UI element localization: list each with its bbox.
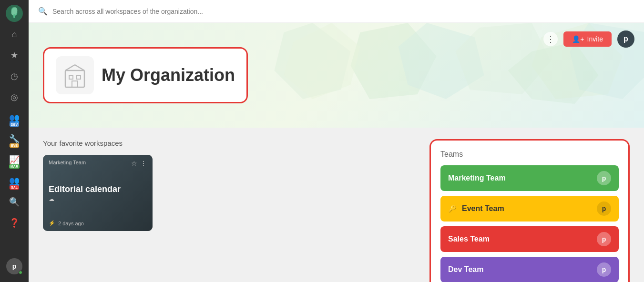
banner-actions: ⋮ 👤+ Invite p bbox=[543, 30, 634, 48]
dev-badge: DEV bbox=[10, 122, 19, 127]
online-indicator bbox=[19, 271, 22, 274]
sidebar-item-eve-team[interactable]: 🔧 EVE bbox=[5, 130, 24, 149]
sidebar-item-recent[interactable]: ◷ bbox=[5, 67, 24, 86]
sidebar-item-search[interactable]: 🔍 bbox=[5, 192, 24, 212]
banner-user-avatar[interactable]: p bbox=[617, 30, 634, 48]
eve-badge: EVE bbox=[10, 143, 19, 148]
team-name-sales: Sales Team bbox=[448, 235, 490, 243]
sidebar-item-sal-team[interactable]: 👥 SAL bbox=[5, 171, 24, 191]
sidebar-item-dashboard[interactable]: ◎ bbox=[5, 88, 24, 107]
svg-rect-12 bbox=[65, 70, 84, 87]
svg-rect-15 bbox=[72, 81, 78, 87]
sidebar-item-favorites[interactable]: ★ bbox=[5, 46, 24, 65]
sidebar-item-mar-team[interactable]: 📈 MAR bbox=[5, 151, 24, 170]
workspace-name: Editorial calendar bbox=[49, 184, 147, 194]
team-item-marketing[interactable]: Marketing Team p bbox=[440, 165, 619, 191]
body-section: Your favorite workspaces Marketing Team … bbox=[29, 128, 644, 282]
team-avatar-dev: p bbox=[597, 262, 611, 277]
workspace-card-actions: ☆ ⋮ bbox=[131, 160, 147, 167]
workspace-team-label: Marketing Team bbox=[49, 160, 86, 165]
team-avatar-marketing: p bbox=[597, 171, 611, 185]
favorites-section: Your favorite workspaces Marketing Team … bbox=[43, 139, 410, 282]
search-icon: 🔍 bbox=[9, 198, 20, 206]
svg-rect-13 bbox=[69, 75, 73, 79]
svg-line-17 bbox=[75, 65, 84, 70]
sidebar-item-dev-team[interactable]: 👥 DEV bbox=[5, 109, 24, 128]
workspace-more-icon[interactable]: ⋮ bbox=[140, 160, 147, 167]
mar-badge: MAR bbox=[9, 164, 20, 169]
home-icon: ⌂ bbox=[12, 30, 17, 39]
sidebar-logo[interactable] bbox=[5, 4, 24, 23]
favorites-title: Your favorite workspaces bbox=[43, 139, 410, 147]
wrench-icon: 🔧 bbox=[9, 135, 20, 143]
teams-section: Teams Marketing Team p 🔑 Event Team bbox=[429, 139, 630, 282]
workspace-star-icon[interactable]: ☆ bbox=[131, 160, 137, 167]
svg-rect-3 bbox=[13, 14, 15, 18]
workspace-time: 2 days ago bbox=[58, 221, 84, 226]
people-icon: 👥 bbox=[9, 177, 20, 185]
clock-icon: ◷ bbox=[10, 72, 18, 81]
sal-badge: SAL bbox=[10, 185, 19, 190]
workspace-card-overlay: Marketing Team ☆ ⋮ Editorial calendar ☁ … bbox=[43, 155, 153, 231]
search-bar: 🔍 bbox=[29, 0, 644, 23]
team-icon: 👥 bbox=[9, 114, 20, 122]
team-item-dev[interactable]: Dev Team p bbox=[440, 257, 619, 282]
teams-title: Teams bbox=[440, 150, 619, 159]
team-name-event: 🔑 Event Team bbox=[448, 204, 504, 213]
org-name: My Organization bbox=[102, 65, 235, 85]
activity-icon: ⚡ bbox=[49, 220, 55, 226]
team-item-event[interactable]: 🔑 Event Team p bbox=[440, 196, 619, 222]
workspace-card-top: Marketing Team ☆ ⋮ bbox=[49, 160, 147, 167]
team-item-sales[interactable]: Sales Team p bbox=[440, 226, 619, 252]
banner: My Organization ⋮ 👤+ Invite p bbox=[29, 23, 644, 128]
main-content: 🔍 bbox=[29, 0, 644, 282]
workspace-name-area: Editorial calendar ☁ bbox=[49, 184, 147, 203]
svg-line-16 bbox=[65, 65, 75, 70]
team-avatar-sales: p bbox=[597, 232, 611, 246]
org-icon bbox=[56, 56, 94, 94]
invite-icon: 👤+ bbox=[572, 35, 584, 43]
help-icon: ❓ bbox=[9, 219, 20, 227]
sidebar-item-home[interactable]: ⌂ bbox=[5, 25, 24, 44]
chart-icon: 📈 bbox=[9, 156, 20, 164]
key-icon: 🔑 bbox=[448, 205, 456, 212]
search-input[interactable] bbox=[52, 8, 634, 15]
star-icon: ★ bbox=[10, 51, 18, 60]
team-avatar-event: p bbox=[597, 201, 611, 216]
team-name-marketing: Marketing Team bbox=[448, 174, 506, 182]
workspace-card[interactable]: Marketing Team ☆ ⋮ Editorial calendar ☁ … bbox=[43, 155, 153, 231]
org-card[interactable]: My Organization bbox=[43, 47, 248, 103]
sync-icon: ☁ bbox=[49, 196, 54, 202]
content-area: My Organization ⋮ 👤+ Invite p Your favor… bbox=[29, 23, 644, 282]
search-icon: 🔍 bbox=[38, 7, 48, 16]
sidebar: ⌂ ★ ◷ ◎ 👥 DEV 🔧 EVE 📈 MAR 👥 SAL 🔍 ❓ p bbox=[0, 0, 29, 282]
workspace-footer: ⚡ 2 days ago bbox=[49, 220, 147, 226]
team-name-dev: Dev Team bbox=[448, 265, 483, 274]
sidebar-user-avatar[interactable]: p bbox=[6, 258, 22, 274]
teams-box: Teams Marketing Team p 🔑 Event Team bbox=[429, 139, 630, 282]
invite-button[interactable]: 👤+ Invite bbox=[563, 31, 612, 47]
sidebar-item-help[interactable]: ❓ bbox=[5, 213, 24, 232]
svg-rect-14 bbox=[77, 75, 81, 79]
dashboard-icon: ◎ bbox=[10, 93, 18, 101]
more-options-button[interactable]: ⋮ bbox=[543, 32, 558, 46]
